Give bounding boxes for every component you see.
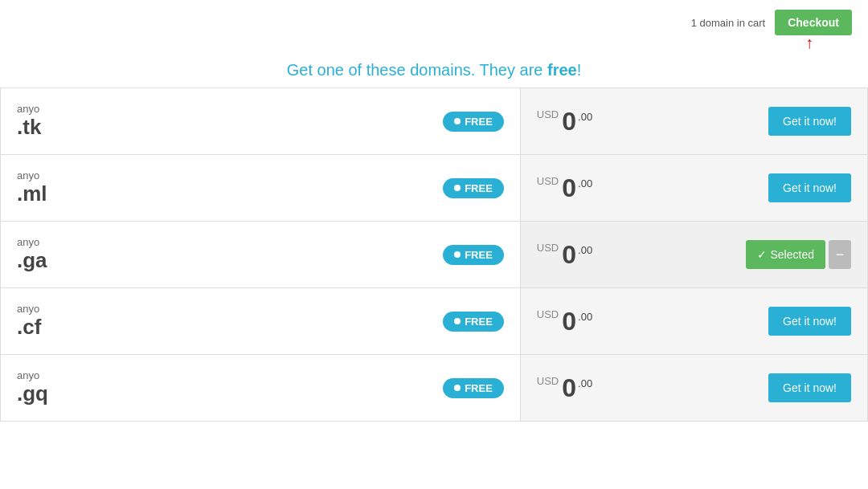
price-amount: 0 [562,308,576,334]
domain-ext: .tk [17,115,41,140]
price-cents: .00 [578,177,592,189]
headline: Get one of these domains. They are free! [0,45,868,88]
get-it-now-button[interactable]: Get it now! [768,307,851,336]
table-row: anyo.gqFREEUSD 0.00Get it now! [1,355,867,421]
price-block: USD 0.00 [537,175,592,201]
domain-ext: .ga [17,248,47,273]
price-amount: 0 [562,108,576,134]
domain-cell-right: USD 0.00Get it now! [521,288,867,354]
cart-text: 1 domain in cart [691,17,766,29]
top-bar: 1 domain in cart Checkout ↑ [0,0,868,45]
get-it-now-button[interactable]: Get it now! [768,373,851,402]
price-amount: 0 [562,375,576,401]
domain-cell-left: anyo.gaFREE [1,222,521,287]
price-block: USD 0.00 [537,108,592,134]
domain-base: anyo [17,236,47,248]
domain-base: anyo [17,103,41,115]
price-cents: .00 [578,244,592,256]
table-row: anyo.gaFREE↑USD 0.00✓ Selected− [1,222,867,288]
domain-cell-left: anyo.cfFREE [1,288,521,354]
price-block: USD 0.00 [537,242,592,267]
checkout-button[interactable]: Checkout [775,10,852,35]
price-currency: USD [537,175,559,187]
price-currency: USD [537,375,559,387]
table-row: anyo.tkFREEUSD 0.00Get it now! [1,88,867,155]
domain-cell-left: anyo.gqFREE [1,355,521,421]
domain-cell-left: anyo.tkFREE [1,88,521,154]
free-badge-dot [454,185,461,191]
domain-cell-right: USD 0.00Get it now! [521,155,867,221]
check-icon: ✓ [757,248,767,261]
price-amount: 0 [562,242,576,267]
free-badge: FREE [443,178,504,198]
domain-base: anyo [17,169,47,181]
free-badge: FREE [443,245,504,265]
domain-base: anyo [17,369,48,381]
checkout-arrow: ↑ [805,34,813,52]
price-currency: USD [537,308,559,320]
free-badge-dot [454,385,461,391]
free-badge: FREE [443,378,504,398]
table-row: anyo.cfFREEUSD 0.00Get it now! [1,288,867,355]
selected-label: Selected [771,248,814,261]
domain-ext: .cf [17,315,41,340]
get-it-now-button[interactable]: Get it now! [768,173,851,202]
price-block: USD 0.00 [537,308,592,334]
price-block: USD 0.00 [537,375,592,401]
free-badge-dot [454,318,461,324]
domain-ext: .gq [17,381,48,406]
domain-cell-right: USD 0.00Get it now! [521,355,867,421]
remove-button[interactable]: − [829,240,851,269]
domain-cell-left: anyo.mlFREE [1,155,521,221]
selected-button[interactable]: ✓ Selected [746,240,825,269]
get-it-now-button[interactable]: Get it now! [768,107,851,136]
domain-cell-right: ↑USD 0.00✓ Selected− [521,222,867,287]
price-cents: .00 [578,377,592,389]
price-cents: .00 [578,311,592,323]
free-badge-dot [454,118,461,124]
selected-button-group: ✓ Selected− [746,240,851,269]
domain-list: anyo.tkFREEUSD 0.00Get it now!anyo.mlFRE… [0,88,868,422]
price-cents: .00 [578,111,592,123]
price-currency: USD [537,242,559,254]
free-badge: FREE [443,112,504,132]
domain-cell-right: USD 0.00Get it now! [521,88,867,154]
table-row: anyo.mlFREEUSD 0.00Get it now! [1,155,867,222]
domain-base: anyo [17,303,41,315]
free-badge: FREE [443,312,504,332]
free-badge-dot [454,251,461,258]
price-currency: USD [537,108,559,120]
domain-ext: .ml [17,181,47,206]
price-amount: 0 [562,175,576,201]
